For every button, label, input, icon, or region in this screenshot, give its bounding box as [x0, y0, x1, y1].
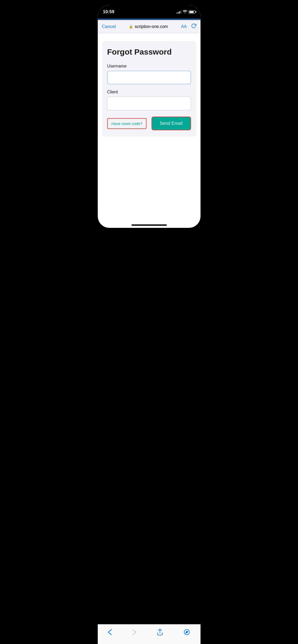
client-label: Client: [107, 90, 191, 94]
url-text: scription-one.com: [135, 24, 168, 29]
aa-button[interactable]: AA: [181, 24, 187, 29]
page-content: Forgot Password Username Client Have res…: [98, 33, 201, 191]
signal-bar-3: [179, 11, 180, 13]
browser-bar: Cancel 🔒 scription-one.com AA: [98, 20, 201, 33]
username-field-group: Username: [107, 64, 191, 84]
have-reset-code-button[interactable]: Have reset code?: [107, 118, 147, 129]
signal-bar-2: [178, 12, 179, 13]
signal-bar-1: [177, 13, 177, 13]
url-bar: 🔒 scription-one.com: [119, 24, 178, 29]
send-email-button[interactable]: Send Email: [152, 117, 191, 130]
reload-icon[interactable]: [191, 23, 196, 30]
battery-fill: [189, 11, 194, 13]
form-card: Forgot Password Username Client Have res…: [102, 41, 196, 137]
signal-bar-4: [180, 11, 181, 13]
form-actions: Have reset code? Send Email: [107, 117, 191, 130]
signal-bars-icon: [177, 10, 181, 13]
status-icons: [177, 10, 195, 14]
status-bar: 10:59: [98, 5, 201, 18]
username-label: Username: [107, 64, 191, 69]
home-indicator: [131, 224, 167, 226]
battery-icon: [189, 10, 195, 14]
lock-icon: 🔒: [129, 25, 133, 28]
cancel-button[interactable]: Cancel: [102, 24, 116, 29]
browser-actions: AA: [181, 23, 196, 30]
username-input[interactable]: [107, 71, 191, 84]
wifi-icon: [183, 10, 187, 14]
form-title: Forgot Password: [107, 47, 191, 56]
status-time: 10:59: [103, 9, 114, 15]
client-field-group: Client: [107, 90, 191, 110]
client-input[interactable]: [107, 97, 191, 110]
